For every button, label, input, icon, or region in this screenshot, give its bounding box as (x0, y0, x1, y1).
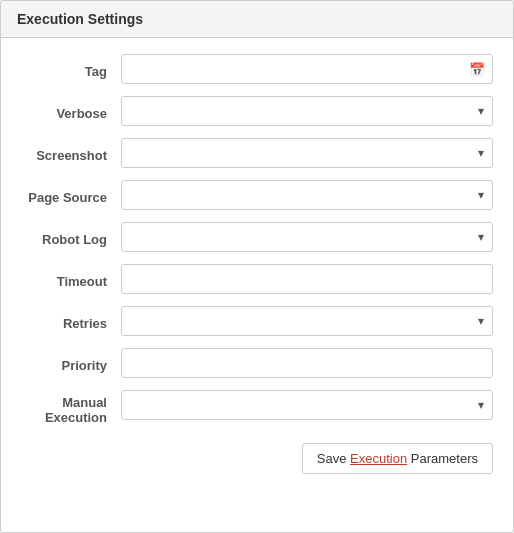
screenshot-row: Screenshot (21, 138, 493, 168)
page-source-row: Page Source (21, 180, 493, 210)
retries-label: Retries (21, 311, 121, 331)
screenshot-select-wrap (121, 138, 493, 168)
robot-log-select[interactable] (121, 222, 493, 252)
manual-execution-select[interactable] (121, 390, 493, 420)
screenshot-label: Screenshot (21, 143, 121, 163)
save-button-highlight: Execution (350, 451, 407, 466)
execution-settings-panel: Execution Settings Tag 📅 Verbose Screens… (0, 0, 514, 533)
priority-label: Priority (21, 353, 121, 373)
robot-log-row: Robot Log (21, 222, 493, 252)
screenshot-select[interactable] (121, 138, 493, 168)
panel-title: Execution Settings (17, 11, 143, 27)
save-execution-parameters-button[interactable]: Save Execution Parameters (302, 443, 493, 474)
timeout-label: Timeout (21, 269, 121, 289)
tag-input-wrap: 📅 (121, 54, 493, 84)
verbose-select[interactable] (121, 96, 493, 126)
timeout-input[interactable] (121, 264, 493, 294)
retries-select-wrap (121, 306, 493, 336)
page-source-label: Page Source (21, 185, 121, 205)
panel-body: Tag 📅 Verbose Screenshot (1, 38, 513, 494)
page-source-select-wrap (121, 180, 493, 210)
timeout-input-wrap (121, 264, 493, 294)
tag-label: Tag (21, 59, 121, 79)
footer-row: Save Execution Parameters (21, 443, 493, 474)
manual-execution-select-wrap (121, 390, 493, 420)
manual-execution-label: ManualExecution (21, 390, 121, 425)
priority-input-wrap (121, 348, 493, 378)
robot-log-label: Robot Log (21, 227, 121, 247)
priority-row: Priority (21, 348, 493, 378)
tag-row: Tag 📅 (21, 54, 493, 84)
retries-select[interactable] (121, 306, 493, 336)
verbose-label: Verbose (21, 101, 121, 121)
manual-execution-row: ManualExecution (21, 390, 493, 425)
timeout-row: Timeout (21, 264, 493, 294)
retries-row: Retries (21, 306, 493, 336)
panel-header: Execution Settings (1, 1, 513, 38)
verbose-select-wrap (121, 96, 493, 126)
robot-log-select-wrap (121, 222, 493, 252)
page-source-select[interactable] (121, 180, 493, 210)
tag-input[interactable] (121, 54, 493, 84)
priority-input[interactable] (121, 348, 493, 378)
verbose-row: Verbose (21, 96, 493, 126)
